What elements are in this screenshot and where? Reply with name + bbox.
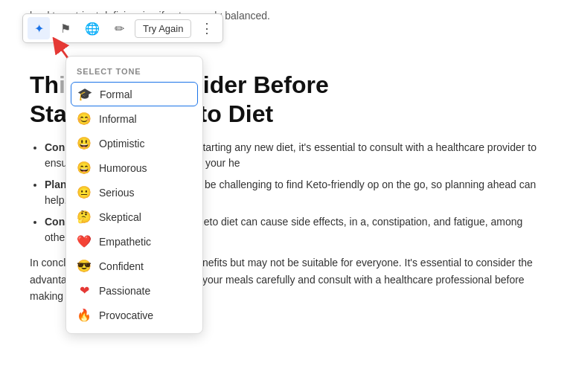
edit-icon: ✏: [115, 22, 124, 36]
tone-dropdown-header: SELECT TONE: [66, 62, 202, 82]
globe-button[interactable]: 🌐: [81, 17, 103, 39]
flag-button[interactable]: ⚑: [54, 17, 77, 39]
globe-icon: 🌐: [85, 22, 100, 36]
tone-label-skeptical: Skeptical: [99, 211, 141, 223]
tone-item-confident[interactable]: 😎 Confident: [66, 254, 202, 278]
tone-label-formal: Formal: [100, 89, 132, 100]
tone-label-serious: Serious: [99, 187, 134, 199]
tone-item-passionate[interactable]: ❤ Passionate: [66, 278, 202, 303]
confident-icon: 😎: [77, 259, 92, 273]
more-icon: ⋮: [200, 20, 214, 36]
tone-item-provocative[interactable]: 🔥 Provocative: [66, 303, 202, 327]
tone-label-optimistic: Optimistic: [99, 138, 144, 150]
tone-item-optimistic[interactable]: 😃 Optimistic: [66, 131, 202, 155]
optimistic-icon: 😃: [77, 136, 92, 150]
serious-icon: 😐: [77, 185, 92, 199]
informal-icon: 😊: [77, 112, 92, 126]
provocative-icon: 🔥: [77, 308, 92, 322]
empathetic-icon: ❤️: [77, 234, 92, 248]
tone-label-informal: Informal: [99, 113, 137, 125]
tone-label-provocative: Provocative: [99, 309, 153, 321]
tone-label-humorous: Humorous: [99, 162, 147, 174]
tone-item-formal[interactable]: 🎓 Formal: [71, 82, 198, 106]
tone-label-confident: Confident: [99, 260, 144, 272]
sparkle-icon: ✦: [34, 22, 44, 36]
edit-button[interactable]: ✏: [108, 17, 130, 39]
tone-item-informal[interactable]: 😊 Informal: [66, 106, 202, 131]
sparkle-button[interactable]: ✦: [28, 17, 50, 39]
tone-dropdown: SELECT TONE 🎓 Formal 😊 Informal 😃 Optimi…: [65, 56, 203, 334]
humorous-icon: 😄: [77, 161, 92, 175]
flag-icon: ⚑: [60, 22, 71, 36]
more-button[interactable]: ⋮: [196, 17, 218, 39]
try-again-button[interactable]: Try Again: [135, 19, 191, 38]
tone-item-humorous[interactable]: 😄 Humorous: [66, 155, 202, 180]
passionate-icon: ❤: [77, 283, 92, 298]
tone-item-skeptical[interactable]: 🤔 Skeptical: [66, 205, 202, 229]
skeptical-icon: 🤔: [77, 210, 92, 224]
tone-label-empathetic: Empathetic: [99, 236, 151, 248]
tone-label-passionate: Passionate: [99, 285, 150, 297]
tone-item-empathetic[interactable]: ❤️ Empathetic: [66, 229, 202, 254]
tone-item-serious[interactable]: 😐 Serious: [66, 180, 202, 205]
formal-icon: 🎓: [77, 87, 92, 101]
